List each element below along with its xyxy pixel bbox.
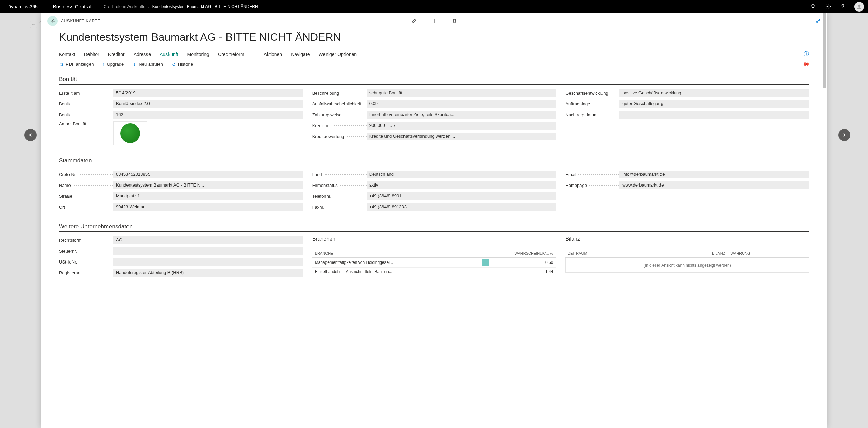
top-bar: Dynamics 365 Business Central Creditrefo… <box>0 0 868 13</box>
lightbulb-icon[interactable] <box>806 0 821 13</box>
breadcrumb-item[interactable]: Creditreform Auskünfte <box>104 4 145 9</box>
user-avatar[interactable] <box>854 2 864 12</box>
product-name[interactable]: Dynamics 365 <box>0 0 45 13</box>
settings-icon[interactable] <box>821 0 835 13</box>
app-name[interactable]: Business Central <box>45 0 99 13</box>
breadcrumb: Creditreform Auskünfte › Kundentestsyste… <box>99 4 263 9</box>
help-icon[interactable]: ? <box>835 0 850 13</box>
chevron-right-icon: › <box>148 4 150 9</box>
breadcrumb-item-current: Kundentestsystem Baumarkt AG - BITTE NIC… <box>152 4 258 9</box>
svg-point-0 <box>827 6 829 7</box>
svg-point-1 <box>858 4 861 7</box>
